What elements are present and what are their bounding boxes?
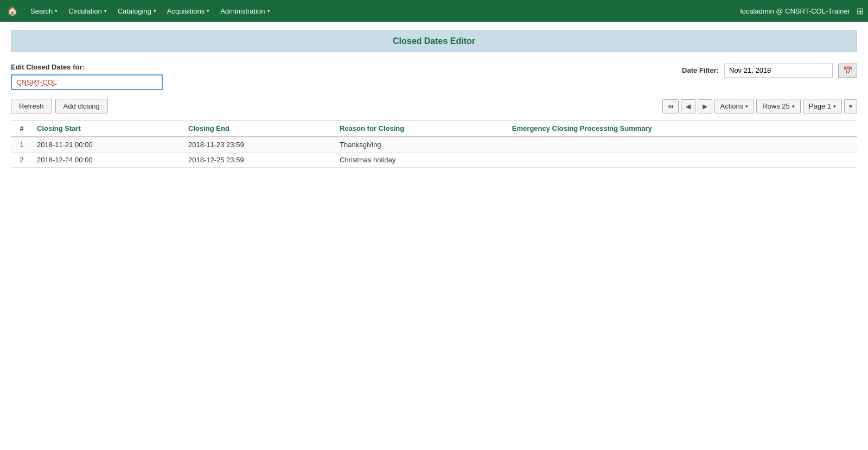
first-page-button[interactable]: ⏮ — [662, 99, 679, 113]
table-row[interactable]: 1 2018-11-21 00:00 2018-11-23 23:59 Than… — [11, 137, 857, 153]
page-title-bar: Closed Dates Editor — [11, 30, 857, 52]
prev-page-button[interactable]: ◀ — [681, 99, 695, 113]
form-left: Edit Closed Dates for: — [11, 63, 163, 90]
nav-circulation[interactable]: Circulation ▾ — [63, 0, 112, 22]
cell-reason: Thanksgiving — [335, 137, 508, 153]
nav-search-label: Search — [30, 7, 53, 15]
home-icon: 🏠 — [7, 6, 18, 16]
closed-dates-table: # Closing Start Closing End Reason for C… — [11, 120, 857, 168]
col-header-end: Closing End — [184, 121, 335, 137]
rows-label: Rows 25 — [762, 102, 790, 110]
toolbar-left: Refresh Add closing — [11, 99, 108, 113]
col-header-start: Closing Start — [33, 121, 184, 137]
nav-acquisitions-arrow: ▾ — [207, 8, 209, 14]
toolbar-right: ⏮ ◀ ▶ Actions ▾ Rows 25 ▾ Page 1 ▾ ▾ — [662, 99, 857, 113]
actions-label: Actions — [720, 102, 744, 110]
cell-num: 2 — [11, 153, 33, 168]
nav-circulation-arrow: ▾ — [104, 8, 107, 14]
nav-administration-arrow: ▾ — [267, 8, 270, 14]
actions-caret-icon: ▾ — [745, 104, 748, 109]
page-content: Closed Dates Editor Edit Closed Dates fo… — [0, 22, 868, 176]
org-select-input[interactable] — [11, 74, 163, 90]
nav-cataloging[interactable]: Cataloging ▾ — [112, 0, 162, 22]
more-options-button[interactable]: ▾ — [844, 99, 857, 113]
table-body: 1 2018-11-21 00:00 2018-11-23 23:59 Than… — [11, 137, 857, 168]
cell-start: 2018-11-21 00:00 — [33, 137, 184, 153]
cell-end: 2018-12-25 23:59 — [184, 153, 335, 168]
refresh-button[interactable]: Refresh — [11, 99, 52, 113]
nav-search[interactable]: Search ▾ — [25, 0, 63, 22]
nav-circulation-label: Circulation — [68, 7, 101, 15]
date-filter-label: Date Filter: — [682, 66, 719, 74]
cell-end: 2018-11-23 23:59 — [184, 137, 335, 153]
nav-search-arrow: ▾ — [55, 8, 58, 14]
actions-dropdown-button[interactable]: Actions ▾ — [714, 99, 755, 113]
col-header-emergency: Emergency Closing Processing Summary — [508, 121, 857, 137]
nav-acquisitions[interactable]: Acquisitions ▾ — [162, 0, 215, 22]
home-button[interactable]: 🏠 — [4, 3, 21, 19]
cell-emergency — [508, 153, 857, 168]
cell-start: 2018-12-24 00:00 — [33, 153, 184, 168]
calendar-button[interactable]: 📅 — [838, 64, 857, 78]
table-header-row: # Closing Start Closing End Reason for C… — [11, 121, 857, 137]
page-label: Page 1 — [809, 102, 831, 110]
page-caret-icon: ▾ — [833, 104, 836, 109]
table-row[interactable]: 2 2018-12-24 00:00 2018-12-25 23:59 Chri… — [11, 153, 857, 168]
form-area: Edit Closed Dates for: Date Filter: 📅 — [11, 63, 857, 90]
form-right: Date Filter: 📅 — [682, 63, 857, 78]
calendar-icon: 📅 — [843, 66, 852, 75]
nav-cataloging-label: Cataloging — [118, 7, 151, 15]
cell-emergency — [508, 137, 857, 153]
add-closing-button[interactable]: Add closing — [55, 99, 108, 113]
rows-dropdown-button[interactable]: Rows 25 ▾ — [756, 99, 801, 113]
nav-administration[interactable]: Administration ▾ — [215, 0, 275, 22]
toolbar: Refresh Add closing ⏮ ◀ ▶ Actions ▾ Rows… — [11, 99, 857, 113]
nav-acquisitions-label: Acquisitions — [167, 7, 205, 15]
cell-num: 1 — [11, 137, 33, 153]
col-header-reason: Reason for Closing — [335, 121, 508, 137]
nav-administration-label: Administration — [220, 7, 265, 15]
top-navigation: 🏠 Search ▾ Circulation ▾ Cataloging ▾ Ac… — [0, 0, 868, 22]
col-header-num: # — [11, 121, 33, 137]
next-page-button[interactable]: ▶ — [698, 99, 712, 113]
user-info: localadmin @ CNSRT-COL-Trainer — [741, 7, 850, 15]
cell-reason: Christmas holiday — [335, 153, 508, 168]
page-title: Closed Dates Editor — [17, 36, 851, 46]
nav-cataloging-arrow: ▾ — [154, 8, 156, 14]
date-filter-input[interactable] — [724, 63, 833, 78]
grid-menu-icon[interactable]: ⊞ — [857, 6, 864, 16]
page-dropdown-button[interactable]: Page 1 ▾ — [803, 99, 842, 113]
nav-right-area: localadmin @ CNSRT-COL-Trainer ⊞ — [741, 6, 864, 16]
table-header: # Closing Start Closing End Reason for C… — [11, 121, 857, 137]
rows-caret-icon: ▾ — [792, 104, 795, 109]
edit-closed-dates-label: Edit Closed Dates for: — [11, 63, 163, 71]
